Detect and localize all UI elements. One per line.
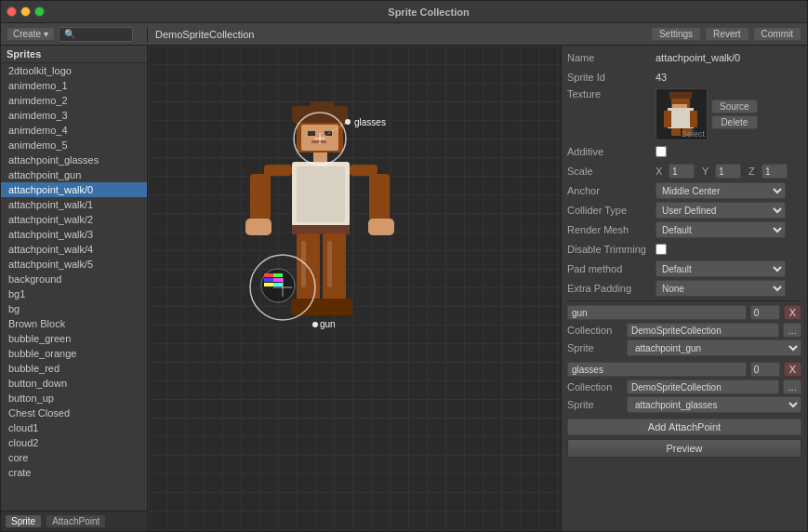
render-mesh-label: Render Mesh [567,224,656,235]
additive-checkbox[interactable] [656,146,667,157]
extra-padding-select[interactable]: None [656,280,786,297]
character-sprite: glasses gun [204,92,510,483]
sidebar-item-attachpoint_walk_3[interactable]: attachpoint_walk/3 [1,227,147,242]
scale-y-input[interactable] [715,164,741,179]
top-bar: Sprite Collection [1,1,807,23]
source-button[interactable]: Source [711,100,758,113]
sidebar-item-animdemo_4[interactable]: animdemo_4 [1,123,147,138]
sidebar-item-attachpoint_gun[interactable]: attachpoint_gun [1,167,147,182]
maximize-btn[interactable] [34,7,45,17]
sidebar-item-button_up[interactable]: button_up [1,391,147,406]
attach-glasses-name-input[interactable] [567,362,747,377]
preview-button[interactable]: Preview [567,439,801,458]
sidebar-item-bg[interactable]: bg [1,301,147,316]
svg-rect-43 [664,111,671,127]
attach-glasses-collection-btn[interactable]: … [783,379,801,394]
minimize-btn[interactable] [20,7,31,17]
render-mesh-select[interactable]: Default Full Mesh [656,221,786,238]
sprite-list: 2dtoolkit_logoanimdemo_1animdemo_2animde… [1,63,147,511]
glasses-label: glasses [354,117,386,127]
scale-x-input[interactable] [669,164,695,179]
svg-rect-15 [368,219,394,235]
sidebar-item-2dtoolkit_logo[interactable]: 2dtoolkit_logo [1,63,147,78]
collider-type-label: Collider Type [567,205,656,216]
svg-rect-32 [264,278,273,282]
revert-button[interactable]: Revert [705,27,748,41]
attach-glasses-collection-input[interactable] [627,379,779,394]
properties-panel: Name attachpoint_walk/0 Sprite Id 43 Tex… [562,46,807,531]
texture-preview: Select [656,88,708,140]
name-label: Name [567,52,656,63]
sidebar-item-animdemo_5[interactable]: animdemo_5 [1,138,147,153]
additive-label: Additive [567,146,656,157]
settings-button[interactable]: Settings [651,27,701,41]
create-button[interactable]: Create ▾ [7,27,55,41]
sidebar-item-animdemo_3[interactable]: animdemo_3 [1,108,147,123]
svg-rect-19 [291,299,324,315]
svg-rect-31 [273,273,283,277]
attach-gun-sprite-select[interactable]: attachpoint_gun [627,339,801,356]
right-panel: Name attachpoint_walk/0 Sprite Id 43 Tex… [561,46,807,531]
svg-rect-14 [245,219,272,235]
attach-glasses-remove-btn[interactable]: X [784,362,801,377]
sidebar-item-attachpoint_walk_0[interactable]: attachpoint_walk/0 [1,182,147,197]
sidebar-item-core[interactable]: core [1,450,147,465]
close-btn[interactable] [7,7,17,17]
sprite-id-label: Sprite Id [567,72,656,83]
svg-rect-33 [264,283,273,286]
sidebar-item-bubble_green[interactable]: bubble_green [1,331,147,346]
sidebar-item-brown_block[interactable]: Brown Block [1,316,147,331]
name-value: attachpoint_walk/0 [656,52,801,63]
sidebar-item-background[interactable]: background [1,272,147,286]
svg-rect-6 [311,140,326,143]
sidebar-tabs: Sprite AttachPoint [1,511,147,531]
attach-gun-collection-input[interactable] [627,323,779,338]
sidebar-item-cloud2[interactable]: cloud2 [1,435,147,450]
sidebar-item-bubble_orange[interactable]: bubble_orange [1,346,147,361]
pad-method-select[interactable]: Default [656,260,786,277]
sprite-id-value: 43 [656,72,801,83]
add-attachpoint-button[interactable]: Add AttachPoint [567,419,801,435]
svg-rect-9 [297,166,345,222]
sidebar-item-button_down[interactable]: button_down [1,376,147,391]
sidebar-item-cloud1[interactable]: cloud1 [1,420,147,435]
sidebar-item-bubble_red[interactable]: bubble_red [1,361,147,376]
sidebar-item-attachpoint_walk_2[interactable]: attachpoint_walk/2 [1,212,147,227]
gun-label: gun [320,319,336,329]
pad-method-label: Pad method [567,263,656,274]
sidebar-item-attachpoint_glasses[interactable]: attachpoint_glasses [1,153,147,167]
sidebar-item-chest_closed[interactable]: Chest Closed [1,406,147,420]
sidebar-item-animdemo_2[interactable]: animdemo_2 [1,93,147,108]
scale-x-label: X [656,166,665,177]
attach-gun-name-input[interactable] [567,305,747,320]
svg-rect-7 [313,153,327,162]
sidebar-item-attachpoint_walk_5[interactable]: attachpoint_walk/5 [1,257,147,272]
tab-sprite[interactable]: Sprite [5,514,42,528]
attach-glasses-sprite-select[interactable]: attachpoint_glasses [627,396,801,413]
sidebar-item-attachpoint_walk_4[interactable]: attachpoint_walk/4 [1,242,147,257]
texture-buttons: Source Delete [711,100,758,129]
disable-trimming-checkbox[interactable] [656,244,667,255]
delete-button[interactable]: Delete [711,115,758,129]
sidebar-item-bg1[interactable]: bg1 [1,286,147,301]
search-input[interactable] [59,27,133,42]
svg-rect-41 [672,104,687,108]
scale-label: Scale [567,166,656,177]
svg-rect-35 [273,283,283,286]
attach-glasses-collection-label: Collection [567,381,623,392]
attach-gun-remove-btn[interactable]: X [784,305,801,320]
canvas-area[interactable]: glasses gun [148,46,561,531]
sidebar-item-animdemo_1[interactable]: animdemo_1 [1,78,147,93]
attach-glasses-num-input[interactable] [750,362,780,377]
sidebar-item-crate[interactable]: crate [1,465,147,480]
collider-type-select[interactable]: User Defined None Circle Box [656,202,786,219]
svg-rect-44 [690,111,697,127]
anchor-select[interactable]: Middle Center Lower Left Lower Center Lo… [656,182,786,199]
scale-z-input[interactable] [762,164,788,179]
tab-attachpoint[interactable]: AttachPoint [46,514,106,528]
sidebar-item-attachpoint_walk_1[interactable]: attachpoint_walk/1 [1,197,147,212]
attach-gun-collection-btn[interactable]: … [783,323,801,338]
attach-gun-num-input[interactable] [750,305,780,320]
texture-label: Texture [567,88,656,100]
commit-button[interactable]: Commit [753,27,801,41]
